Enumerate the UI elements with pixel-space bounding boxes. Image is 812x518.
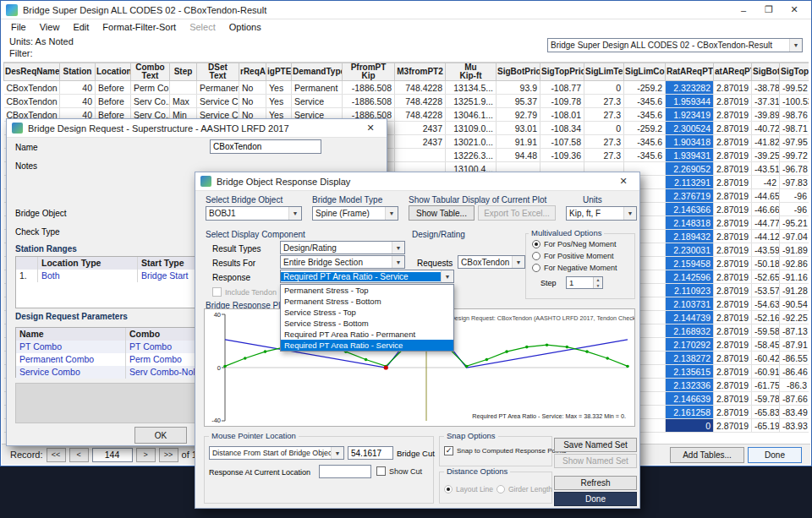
column-header-mu[interactable]: MuKip-ft bbox=[446, 63, 497, 81]
cell: 2.230031 bbox=[666, 243, 714, 257]
column-header-atareqptg[interactable]: atAReqPTG bbox=[714, 63, 752, 81]
dropdown-option[interactable]: Required PT Area Ratio - Permanent bbox=[281, 329, 453, 340]
cell: -59.78 bbox=[752, 392, 780, 406]
menu-edit[interactable]: Edit bbox=[66, 22, 96, 32]
table-selector-dropdown[interactable]: Bridge Super Design ALL CODES 02 - CBoxT… bbox=[547, 38, 803, 52]
close-button[interactable]: ✕ bbox=[782, 3, 806, 18]
bridge-object-dropdown[interactable]: BOBJ1 ▼ bbox=[206, 206, 302, 221]
export-excel-button[interactable]: Export To Excel... bbox=[478, 205, 556, 221]
radio-label: For Negative Moment bbox=[544, 264, 617, 272]
dialog-done-button[interactable]: Done bbox=[554, 492, 637, 506]
table-row[interactable]: CBoxTendon40BeforePerm Co...Permanent...… bbox=[4, 81, 809, 95]
cell: 748.4228 bbox=[395, 108, 446, 122]
infobar: Units: As Noted Filter: Bridge Super Des… bbox=[1, 35, 811, 62]
column-header-rreqal[interactable]: rReqAl bbox=[239, 63, 266, 81]
requests-dropdown[interactable]: CBoxTendon ▼ bbox=[458, 255, 525, 269]
cell: 13226.3... bbox=[446, 149, 497, 162]
menu-options[interactable]: Options bbox=[222, 22, 268, 32]
dropdown-option[interactable]: Permanent Stress - Bottom bbox=[281, 296, 453, 307]
column-header-sigbotprior[interactable]: SigBotPrior bbox=[497, 63, 540, 81]
column-header-dset[interactable]: DSetText bbox=[197, 63, 239, 81]
distance-value-input[interactable] bbox=[348, 446, 393, 460]
done-button[interactable]: Done bbox=[748, 447, 802, 463]
dropdown-option[interactable]: Service Stress - Bottom bbox=[281, 318, 453, 329]
column-header-siglimcomp[interactable]: SigLimComp bbox=[624, 63, 666, 81]
units-dropdown[interactable]: Kip, ft, F ▼ bbox=[566, 206, 637, 221]
design-request-titlebar[interactable]: Bridge Design Request - Superstructure -… bbox=[7, 119, 387, 138]
column-header-sigtopfinal[interactable]: SigTopFinal bbox=[780, 63, 809, 81]
column-header-sigtopprior[interactable]: SigTopPrior bbox=[540, 63, 584, 81]
dropdown-option[interactable]: Service Stress - Top bbox=[281, 307, 453, 318]
menu-view[interactable]: View bbox=[33, 22, 67, 32]
step-down-icon[interactable]: ▼ bbox=[594, 283, 602, 289]
add-tables-button[interactable]: Add Tables... bbox=[670, 447, 744, 463]
menu-file[interactable]: File bbox=[4, 22, 33, 32]
bridge-model-type-dropdown[interactable]: Spine (Frame) ▼ bbox=[312, 206, 398, 221]
column-header-step[interactable]: Step bbox=[170, 63, 197, 81]
chevron-down-icon: ▼ bbox=[441, 270, 453, 282]
multivalued-radio[interactable]: For Pos/Neg Moment bbox=[532, 240, 617, 248]
column-header-ratareqptlc[interactable]: RatAReqPTLc bbox=[666, 63, 714, 81]
next-record-button[interactable]: > bbox=[136, 448, 156, 462]
column-header-combo[interactable]: ComboText bbox=[131, 63, 170, 81]
column-header-sigbotfinal[interactable]: SigBotFinal bbox=[752, 63, 780, 81]
close-button[interactable]: ✕ bbox=[612, 174, 634, 189]
menu-format-filter-sort[interactable]: Format-Filter-Sort bbox=[96, 22, 183, 32]
cell: -42 bbox=[752, 176, 780, 189]
cell: Perm Co... bbox=[131, 81, 170, 95]
column-header-location[interactable]: Location bbox=[96, 63, 131, 81]
distance-option-radio[interactable]: Layout Line bbox=[444, 485, 493, 493]
show-named-set-button[interactable]: Show Named Set bbox=[554, 454, 637, 468]
minimize-button[interactable]: – bbox=[732, 3, 755, 18]
column-header-station[interactable]: Station bbox=[60, 63, 96, 81]
cell: 2.110923 bbox=[666, 284, 714, 297]
multivalued-radio[interactable]: For Positive Moment bbox=[532, 252, 614, 260]
step-stepper[interactable]: 1 ▲▼ bbox=[566, 276, 603, 289]
save-named-set-button[interactable]: Save Named Set bbox=[554, 438, 637, 452]
main-titlebar[interactable]: Bridge Super Design ALL CODES 02 - CBoxT… bbox=[1, 1, 811, 19]
column-header-demandtype[interactable]: DemandType bbox=[292, 63, 343, 81]
snap-options-label: Snap Options bbox=[444, 431, 498, 440]
result-types-dropdown[interactable]: Design/Rating ▼ bbox=[280, 241, 405, 254]
previous-record-button[interactable]: < bbox=[69, 448, 89, 462]
close-button[interactable]: ✕ bbox=[359, 121, 381, 136]
refresh-button[interactable]: Refresh bbox=[554, 476, 637, 490]
column-header-siglimtens[interactable]: SigLimTens bbox=[584, 63, 624, 81]
cell: 2.170292 bbox=[666, 338, 714, 352]
record-number-input[interactable] bbox=[92, 448, 133, 462]
menu-select[interactable]: Select bbox=[183, 22, 222, 32]
maximize-button[interactable]: ❐ bbox=[757, 3, 781, 18]
column-label: Station bbox=[61, 68, 94, 76]
distance-option-radio[interactable]: Girder Length bbox=[497, 485, 552, 493]
dropdown-option[interactable]: Permanent Stress - Top bbox=[281, 285, 453, 296]
series-point bbox=[264, 350, 267, 353]
response-display-titlebar[interactable]: Bridge Object Response Display ✕ bbox=[195, 172, 639, 191]
response-dropdown[interactable]: Required PT Area Ratio - Service ▼ bbox=[280, 270, 454, 283]
table-row[interactable]: CBoxTendon40BeforeServ Co...MaxService C… bbox=[4, 95, 809, 108]
first-record-button[interactable]: << bbox=[47, 448, 66, 462]
include-tendon-checkbox[interactable]: Include Tendon bbox=[212, 287, 277, 297]
multivalued-radio[interactable]: For Negative Moment bbox=[532, 264, 617, 272]
column-header-m3frompt2[interactable]: M3fromPT2 bbox=[395, 63, 446, 81]
name-field[interactable] bbox=[210, 139, 321, 154]
results-for-value: Entire Bridge Section bbox=[281, 258, 392, 267]
dropdown-option[interactable]: Required PT Area Ratio - Service bbox=[281, 340, 453, 351]
response-dropdown-list[interactable]: Permanent Stress - TopPermanent Stress -… bbox=[280, 284, 454, 352]
ok-button[interactable]: OK bbox=[134, 427, 187, 444]
column-header-desreqname[interactable]: DesReqName bbox=[4, 63, 60, 81]
column-header-pfrompt[interactable]: PfromPTKip bbox=[343, 63, 395, 81]
cell: 27.3 bbox=[584, 95, 624, 108]
distance-mode-dropdown[interactable]: Distance From Start of Bridge Object ▼ bbox=[209, 446, 344, 460]
last-record-button[interactable]: >> bbox=[159, 448, 178, 462]
radio-icon bbox=[497, 485, 505, 493]
stepper-arrows[interactable]: ▲▼ bbox=[593, 277, 602, 288]
design-rating-label: Design/Rating bbox=[412, 230, 465, 239]
show-table-button[interactable]: Show Table... bbox=[409, 205, 475, 221]
response-at-location-input[interactable] bbox=[319, 465, 371, 478]
show-cut-checkbox[interactable]: Show Cut bbox=[376, 466, 422, 476]
cell: 2.87019 bbox=[714, 406, 752, 419]
snap-checkbox[interactable]: Snap to Computed Response Points bbox=[444, 446, 566, 455]
results-for-dropdown[interactable]: Entire Bridge Section ▼ bbox=[280, 255, 405, 269]
response-label: Response bbox=[212, 273, 250, 282]
column-header-igpte[interactable]: igPTE bbox=[266, 63, 292, 81]
